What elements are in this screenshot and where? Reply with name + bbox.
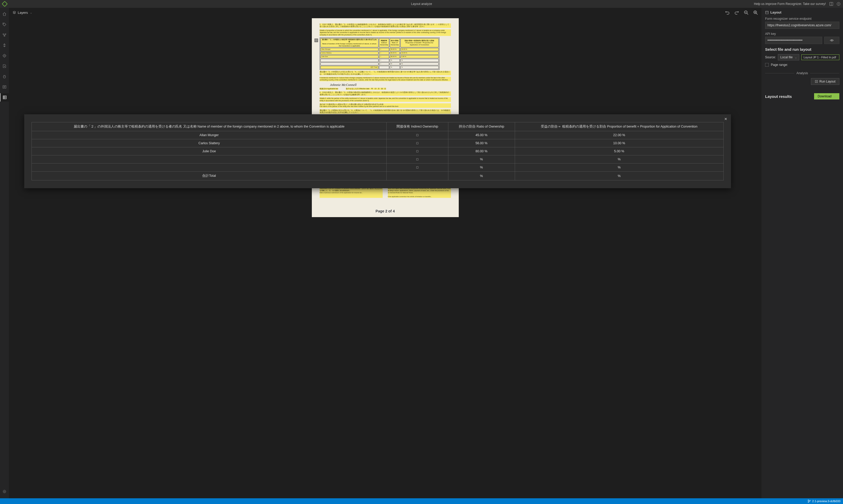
page-range-checkbox[interactable] — [765, 63, 769, 67]
svg-rect-28 — [766, 11, 769, 14]
right-panel: Layout Form recognizer service endpoint … — [761, 8, 843, 498]
svg-point-4 — [3, 23, 4, 24]
run-layout-button[interactable]: Run Layout — [811, 78, 839, 85]
layout-results-header: Layout results — [765, 94, 792, 99]
modal-close-button[interactable]: ✕ — [724, 117, 727, 121]
layout-results-table: 届出書の「２」の外国法人の株主等で租税条約の適用を受ける者の氏名 又は名称 Na… — [32, 122, 724, 180]
svg-rect-31 — [815, 80, 818, 83]
editor-toolbar: Layers ⌄ — [9, 8, 761, 17]
branch-icon — [808, 500, 811, 503]
nav-layout[interactable] — [0, 93, 9, 102]
svg-point-5 — [3, 34, 4, 35]
table-row: 合計Total%% — [32, 172, 724, 180]
svg-rect-23 — [314, 39, 318, 42]
version-text: 2.1-preview.3-dcfb033 — [812, 500, 840, 503]
svg-point-32 — [808, 500, 809, 501]
nav-home[interactable] — [0, 10, 9, 18]
table-header-benefit: 受益の割合＝ 租税条約の適用を受ける割合 Proportion of benef… — [515, 122, 724, 131]
layout-section-header: Layout — [765, 11, 839, 14]
source-dropdown[interactable]: Local file ⌄ — [778, 54, 799, 60]
svg-line-17 — [747, 13, 748, 15]
eye-icon — [830, 38, 834, 42]
app-logo-icon — [2, 1, 8, 7]
table-row: □%% — [32, 156, 724, 163]
titlebar: Layout analyze Help us improve Form Reco… — [0, 0, 843, 8]
api-key-input[interactable] — [765, 37, 822, 44]
table-header-ratio: 持分の割合 Ratio of Ownership — [448, 122, 515, 131]
table-header-indirect: 間接保有 Indirect Ownership — [387, 122, 448, 131]
chevron-down-icon: ⌄ — [833, 95, 836, 97]
endpoint-label: Form recognizer service endpoint — [765, 17, 839, 21]
svg-line-20 — [756, 13, 758, 15]
analysis-divider-label: Analysis — [796, 71, 808, 75]
nav-model[interactable] — [0, 31, 9, 39]
table-row: Carlos Slattery□56.00 %10.00 % — [32, 139, 724, 147]
document-canvas[interactable]: 5 日本で税務上、届出書の「3」の外国法人が納税義務者とされるが、租税条約の規定… — [9, 17, 761, 498]
svg-point-34 — [809, 500, 810, 501]
table-marker-icon[interactable] — [314, 38, 318, 42]
download-button[interactable]: Download ⌄ — [814, 93, 839, 100]
source-label: Source: — [765, 55, 776, 59]
editor-area: Layers ⌄ 5 日本で税務上、届出書の「3」の外国法人が納税義務者とされる… — [9, 8, 761, 498]
svg-point-30 — [831, 40, 832, 41]
nav-compose[interactable] — [0, 41, 9, 50]
zoom-in-icon[interactable] — [753, 10, 758, 15]
app-title: Layout analyze — [411, 2, 432, 6]
undo-icon[interactable] — [725, 10, 730, 15]
svg-rect-11 — [3, 96, 6, 99]
endpoint-input[interactable] — [765, 22, 839, 29]
svg-point-7 — [4, 35, 5, 36]
page-indicator: Page 2 of 4 — [376, 209, 395, 214]
table-header-name: 届出書の「２」の外国法人の株主等で租税条約の適用を受ける者の氏名 又は名称 Na… — [32, 122, 387, 131]
chevron-down-icon: ⌄ — [795, 56, 797, 59]
signature-text: Johnnie McConnell — [330, 83, 440, 87]
layers-label: Layers — [18, 11, 28, 15]
select-file-header: Select file and run layout — [765, 47, 839, 52]
layers-dropdown[interactable]: Layers ⌄ — [13, 11, 32, 15]
svg-point-6 — [5, 34, 6, 35]
nav-tag[interactable] — [0, 20, 9, 29]
analyze-icon — [815, 80, 818, 83]
nav-text[interactable] — [0, 83, 9, 91]
split-view-icon[interactable] — [829, 2, 833, 6]
nav-connection[interactable] — [0, 72, 9, 81]
left-sidebar — [0, 8, 9, 498]
selected-file-display[interactable]: Layout JP 1 - Filled In.pdf — [801, 54, 839, 60]
zoom-out-icon[interactable] — [744, 10, 749, 15]
table-row: Julie Doe□80.00 %5.00 % — [32, 147, 724, 156]
statusbar: 2.1-preview.3-dcfb033 — [0, 498, 843, 504]
help-icon[interactable]: ? — [837, 2, 840, 6]
chevron-down-icon: ⌄ — [30, 11, 32, 14]
nav-settings[interactable] — [0, 487, 9, 496]
svg-point-9 — [4, 55, 5, 56]
svg-text:?: ? — [838, 3, 839, 5]
nav-new-file[interactable] — [0, 62, 9, 70]
page-range-label: Page range: — [771, 63, 788, 67]
nav-train[interactable] — [0, 52, 9, 60]
table-row: Allan Munger□45.00 %22.00 % — [32, 131, 724, 139]
api-key-label: API key — [765, 32, 839, 36]
table-row: □%% — [32, 163, 724, 172]
survey-link[interactable]: Help us improve Form Recognizer. Take ou… — [754, 2, 826, 6]
svg-point-15 — [4, 491, 5, 492]
svg-point-33 — [808, 502, 809, 502]
toggle-password-visibility-button[interactable] — [824, 37, 839, 44]
redo-icon[interactable] — [734, 10, 739, 15]
doc-preview-table: 届出書の「２」の外国法人の株主等で租税条約の適用を受ける者の氏名又は名称Name… — [320, 37, 439, 70]
table-results-modal: ✕ 届出書の「２」の外国法人の株主等で租税条約の適用を受ける者の氏名 又は名称 … — [24, 114, 731, 188]
